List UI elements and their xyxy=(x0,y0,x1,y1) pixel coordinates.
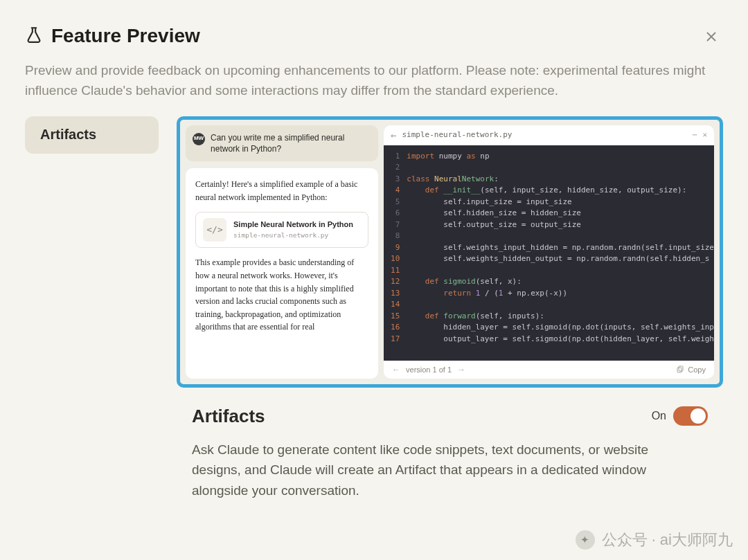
preview-thumbnail: MW Can you write me a simplified neural … xyxy=(177,116,723,388)
sidebar-tab-label: Artifacts xyxy=(40,127,96,143)
assistant-outro-text: This example provides a basic understand… xyxy=(195,256,368,334)
modal-title: Feature Preview xyxy=(51,25,200,47)
feature-title: Artifacts xyxy=(192,406,265,427)
copy-button[interactable]: Copy xyxy=(676,365,706,374)
code-pane-header: ← simple-neural-network.py ⋯ ✕ xyxy=(384,125,714,145)
user-message-text: Can you write me a simplified neural net… xyxy=(211,132,371,154)
artifact-card-filename: simple-neural-network.py xyxy=(233,231,353,241)
close-code-icon[interactable]: ✕ xyxy=(702,130,707,139)
feature-description-block: Artifacts On Ask Claude to generate cont… xyxy=(177,388,723,528)
toggle-label: On xyxy=(652,410,666,422)
code-icon: </> xyxy=(203,218,226,242)
close-icon xyxy=(704,36,719,46)
feature-header: Artifacts On xyxy=(192,406,708,427)
assistant-message-bubble: Certainly! Here's a simplified example o… xyxy=(186,168,378,379)
clipboard-icon xyxy=(676,365,684,374)
user-message-bubble: MW Can you write me a simplified neural … xyxy=(186,125,378,161)
avatar: MW xyxy=(193,133,205,145)
toggle-wrap: On xyxy=(652,406,708,426)
flask-icon xyxy=(25,26,43,46)
svg-rect-0 xyxy=(679,366,683,371)
modal-header: Feature Preview xyxy=(25,25,723,51)
watermark-text: 公众号 · ai大师阿九 xyxy=(602,530,733,550)
modal-subtitle: Preview and provide feedback on upcoming… xyxy=(25,60,723,101)
watermark: ✦ 公众号 · ai大师阿九 xyxy=(576,530,733,550)
assistant-intro-text: Certainly! Here's a simplified example o… xyxy=(195,178,368,204)
code-area: 1234567891011121314151617import numpy as… xyxy=(384,145,714,361)
feature-preview-modal: Feature Preview Preview and provide feed… xyxy=(0,0,748,535)
version-next-icon[interactable]: → xyxy=(457,365,465,374)
detail-column: MW Can you write me a simplified neural … xyxy=(177,116,723,528)
artifact-card[interactable]: </> Simple Neural Network in Python simp… xyxy=(195,212,368,248)
code-filename: simple-neural-network.py xyxy=(402,130,686,139)
version-prev-icon[interactable]: ← xyxy=(392,365,400,374)
title-wrap: Feature Preview xyxy=(25,25,200,47)
code-pane-footer: ← version 1 of 1 → Copy xyxy=(384,361,714,379)
more-icon[interactable]: ⋯ xyxy=(693,130,697,139)
version-text: version 1 of 1 xyxy=(406,365,452,374)
sidebar-tab-artifacts[interactable]: Artifacts xyxy=(25,116,159,154)
feature-toggle[interactable] xyxy=(673,406,708,426)
preview-chat-column: MW Can you write me a simplified neural … xyxy=(186,125,378,379)
wechat-icon: ✦ xyxy=(576,530,595,550)
feature-description: Ask Claude to generate content like code… xyxy=(192,440,649,500)
modal-body: Artifacts MW Can you write me a simplifi… xyxy=(25,116,723,528)
artifact-card-title: Simple Neural Network in Python xyxy=(233,219,353,229)
toggle-knob xyxy=(691,408,706,424)
version-nav: ← version 1 of 1 → xyxy=(392,365,465,374)
back-arrow-icon[interactable]: ← xyxy=(391,129,396,141)
preview-code-pane: ← simple-neural-network.py ⋯ ✕ 123456789… xyxy=(384,125,714,379)
svg-rect-1 xyxy=(677,368,682,372)
artifact-card-texts: Simple Neural Network in Python simple-n… xyxy=(233,219,353,241)
close-button[interactable] xyxy=(700,25,723,51)
copy-label: Copy xyxy=(688,365,706,374)
